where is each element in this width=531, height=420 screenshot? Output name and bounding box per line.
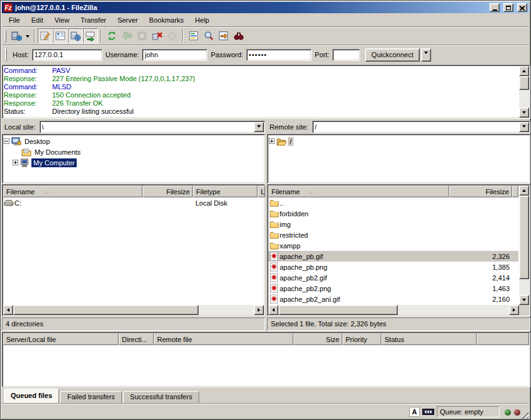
file-row[interactable]: img — [268, 219, 518, 229]
site-manager-dropdown-button[interactable] — [24, 29, 31, 43]
column-last-modified[interactable]: L — [258, 185, 265, 197]
tree-item-my-computer[interactable]: My Computer — [4, 157, 265, 168]
file-row[interactable]: apache_pb2.png1,463 — [268, 283, 518, 294]
menu-help[interactable]: Help — [189, 14, 215, 26]
scroll-down-button[interactable] — [519, 295, 529, 305]
local-site-dropdown-button[interactable] — [254, 122, 264, 132]
menu-view[interactable]: View — [49, 14, 75, 26]
site-manager-button[interactable] — [9, 28, 24, 43]
scrollbar-thumb[interactable] — [278, 305, 398, 315]
column-direction[interactable]: Directi... — [119, 333, 154, 345]
transfer-type-indicator[interactable]: A — [409, 407, 420, 417]
scrollbar-track[interactable] — [398, 305, 509, 315]
remote-vertical-scrollbar[interactable] — [519, 185, 529, 305]
scroll-up-button[interactable] — [519, 185, 529, 196]
resize-grip[interactable] — [520, 410, 528, 419]
toolbar-grip[interactable] — [4, 30, 6, 42]
file-row[interactable]: .. — [268, 197, 518, 208]
sort-ascending-icon — [43, 188, 48, 194]
remote-tree-icon — [70, 30, 81, 41]
remote-site-combobox[interactable]: / — [312, 121, 530, 133]
scrollbar-track[interactable] — [519, 279, 529, 295]
local-site-combobox[interactable]: \ — [40, 121, 265, 133]
column-filename[interactable]: Filename — [3, 185, 143, 197]
folder-icon — [268, 209, 280, 218]
column-status[interactable]: Status — [381, 333, 477, 345]
menu-edit[interactable]: Edit — [26, 14, 49, 26]
menu-server[interactable]: Server — [112, 14, 143, 26]
speed-limit-icon[interactable] — [422, 409, 434, 415]
column-filesize[interactable]: Filesize — [143, 185, 193, 197]
toggle-remote-tree-button[interactable] — [68, 28, 83, 43]
expand-icon[interactable] — [269, 138, 275, 144]
close-button[interactable] — [517, 3, 527, 12]
tree-item-desktop[interactable]: Desktop — [4, 136, 265, 146]
tab-failed-transfers[interactable]: Failed transfers — [60, 391, 122, 403]
menu-bookmarks[interactable]: Bookmarks — [143, 14, 189, 26]
filezilla-app-icon[interactable]: Fz — [4, 3, 13, 12]
password-input[interactable]: •••••• — [246, 49, 312, 61]
local-horizontal-scrollbar[interactable] — [3, 305, 264, 315]
tab-successful-transfers[interactable]: Successful transfers — [123, 391, 199, 403]
scrollbar-thumb[interactable] — [13, 305, 199, 315]
quickconnect-grip[interactable] — [5, 48, 7, 61]
scroll-right-button[interactable] — [509, 305, 519, 315]
remote-site-dropdown-button[interactable] — [519, 122, 529, 132]
file-row-c-drive[interactable]: C: Local Disk — [3, 197, 264, 208]
toggle-transfer-queue-button[interactable] — [83, 28, 98, 43]
scroll-left-button[interactable] — [268, 305, 278, 315]
toggle-local-tree-button[interactable] — [53, 28, 68, 43]
column-filetype[interactable]: Filetype — [193, 185, 258, 197]
scrollbar-track[interactable] — [199, 305, 254, 315]
column-priority[interactable]: Priority — [342, 333, 381, 345]
file-row[interactable]: apache_pb2.gif2,414 — [268, 272, 518, 283]
file-row-selected[interactable]: apache_pb.gif2,326 — [268, 251, 518, 262]
cancel-operation-button[interactable] — [134, 28, 150, 43]
chevron-down-icon — [424, 52, 428, 56]
file-row[interactable]: forbidden — [268, 208, 518, 219]
tab-queued-files[interactable]: Queued files — [4, 389, 59, 403]
reconnect-button[interactable] — [165, 28, 180, 43]
tree-item-my-documents[interactable]: My Documents — [4, 146, 265, 157]
maximize-button[interactable] — [503, 3, 513, 12]
column-filesize[interactable]: Filesize — [449, 185, 512, 197]
scroll-right-button[interactable] — [254, 305, 264, 315]
scroll-down-button[interactable] — [519, 108, 529, 118]
minimize-button[interactable] — [490, 3, 500, 12]
expand-icon[interactable] — [13, 160, 18, 165]
quickconnect-dropdown-button[interactable] — [421, 48, 431, 62]
scrollbar-thumb[interactable] — [519, 76, 529, 90]
process-queue-button[interactable] — [119, 28, 134, 43]
disconnect-button[interactable] — [150, 28, 165, 43]
file-row[interactable]: restricted — [268, 229, 518, 240]
column-filename[interactable]: Filename — [268, 185, 449, 197]
directory-comparison-button[interactable] — [201, 28, 216, 43]
synchronized-browsing-button[interactable] — [216, 28, 231, 43]
scrollbar-thumb[interactable] — [519, 196, 529, 279]
menu-transfer[interactable]: Transfer — [75, 14, 112, 26]
scroll-up-button[interactable] — [519, 66, 529, 76]
log-scrollbar[interactable] — [519, 66, 529, 118]
tree-item-root[interactable]: / — [269, 136, 530, 146]
file-row[interactable]: apache_pb2_ani.gif2,160 — [268, 294, 518, 304]
queue-tabs: Queued files Failed transfers Successful… — [2, 387, 529, 403]
column-size[interactable]: Size — [293, 333, 342, 345]
port-input[interactable] — [332, 49, 360, 61]
collapse-icon[interactable] — [4, 138, 9, 144]
quickconnect-button[interactable]: Quickconnect — [365, 48, 420, 62]
directory-filters-button[interactable] — [186, 28, 201, 43]
menu-file[interactable]: File — [3, 14, 26, 26]
column-server-local-file[interactable]: Server/Local file — [3, 333, 119, 345]
file-row[interactable]: apache_pb.png1,385 — [268, 262, 518, 272]
toggle-message-log-button[interactable] — [38, 28, 53, 43]
file-row[interactable]: xampp — [268, 240, 518, 251]
column-remote-file[interactable]: Remote file — [154, 333, 293, 345]
find-files-button[interactable] — [231, 28, 246, 43]
scrollbar-track[interactable] — [519, 90, 529, 108]
refresh-button[interactable] — [104, 28, 119, 43]
username-input[interactable]: john — [142, 49, 207, 61]
host-input[interactable]: 127.0.0.1 — [32, 49, 102, 61]
chevron-down-icon — [522, 125, 526, 130]
remote-horizontal-scrollbar[interactable] — [268, 305, 519, 315]
scroll-left-button[interactable] — [3, 305, 13, 315]
